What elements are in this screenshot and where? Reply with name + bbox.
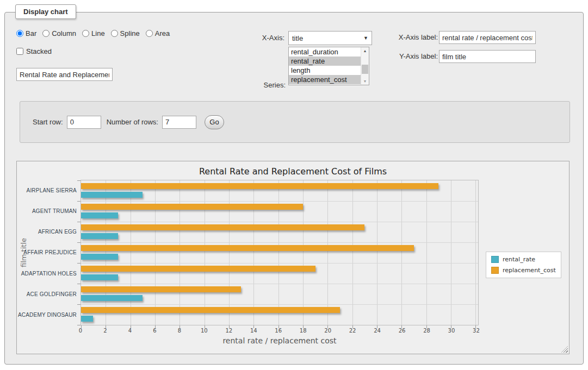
y-tick-mark	[77, 325, 81, 325]
stacked-checkbox[interactable]	[16, 48, 23, 55]
gridline	[303, 180, 304, 325]
x-tick-label: 22	[349, 328, 356, 334]
gridline	[377, 180, 377, 325]
gridline	[475, 180, 476, 325]
gridline	[327, 180, 328, 325]
legend-label: replacement_cost	[503, 267, 556, 274]
y-axis-label-label: Y-Axis label:	[348, 52, 438, 60]
chart-type-radio-area[interactable]	[146, 30, 153, 37]
gridline	[278, 180, 279, 325]
resize-handle-icon[interactable]	[561, 346, 568, 353]
scrollbar-thumb[interactable]	[362, 65, 368, 74]
chart-type-line[interactable]: Line	[82, 29, 105, 37]
chart-type-label: Column	[52, 29, 76, 37]
y-tick-mark	[77, 222, 81, 222]
bar-replacement_cost	[81, 183, 438, 189]
gridline	[155, 180, 156, 325]
bar-replacement_cost	[81, 224, 364, 230]
x-tick-label: 10	[201, 328, 208, 334]
stacked-option[interactable]: Stacked	[16, 47, 52, 55]
x-tick-label: 28	[423, 328, 430, 334]
gridline	[81, 222, 478, 222]
scroll-down-icon[interactable]: ▼	[361, 78, 369, 85]
chart-type-area[interactable]: Area	[146, 29, 170, 37]
chart-title-input[interactable]	[16, 68, 113, 81]
legend-label: rental_rate	[503, 256, 535, 263]
chart-type-spline[interactable]: Spline	[111, 29, 140, 37]
x-tick-label: 20	[324, 328, 331, 334]
chart-type-label: Spline	[120, 29, 140, 37]
category-label: AIRPLANE SIERRA	[17, 180, 77, 200]
x-axis-ticks: 02468101214161820222426283032	[81, 328, 479, 335]
chart-type-radio-column[interactable]	[42, 30, 49, 37]
chart-type-label: Bar	[26, 29, 36, 37]
chart-type-radio-spline[interactable]	[111, 30, 118, 37]
y-tick-mark	[77, 201, 81, 202]
x-tick-label: 18	[300, 328, 307, 334]
x-axis-label-input[interactable]	[439, 31, 536, 44]
bar-rental_rate	[81, 295, 143, 301]
y-tick-mark	[77, 242, 81, 243]
gridline	[81, 263, 478, 264]
legend-swatch	[491, 267, 499, 274]
gridline	[81, 201, 478, 202]
x-tick-label: 2	[103, 328, 107, 334]
x-tick-label: 8	[178, 328, 181, 334]
y-tick-mark	[77, 284, 81, 284]
series-option-replacement_cost[interactable]: replacement_cost	[289, 75, 361, 84]
start-row-input[interactable]	[67, 116, 101, 129]
series-option-length[interactable]: length	[289, 66, 361, 75]
plot-area	[81, 180, 479, 325]
gridline	[451, 180, 451, 325]
display-chart-panel: BarColumnLineSplineArea Stacked X-Axis: …	[4, 12, 584, 365]
series-select-label: Series:	[243, 81, 286, 89]
gridline	[426, 180, 427, 325]
gridline	[352, 180, 353, 325]
gridline	[81, 284, 478, 284]
x-tick-label: 4	[128, 328, 132, 334]
category-label: AFFAIR PREJUDICE	[17, 242, 77, 263]
x-tick-label: 12	[225, 328, 232, 334]
chart-type-column[interactable]: Column	[42, 29, 76, 37]
number-of-rows-input[interactable]	[162, 116, 196, 129]
chart-type-group: BarColumnLineSplineArea	[16, 29, 176, 37]
gridline	[253, 180, 254, 325]
go-button[interactable]: Go	[205, 115, 224, 129]
gridline	[81, 242, 478, 243]
bar-replacement_cost	[81, 245, 414, 251]
chart-type-radio-bar[interactable]	[16, 30, 23, 37]
x-tick-label: 26	[399, 328, 406, 334]
x-tick-label: 30	[448, 328, 455, 334]
category-label: ADAPTATION HOLES	[17, 263, 77, 284]
y-tick-mark	[77, 180, 81, 181]
gridline	[106, 180, 106, 325]
x-tick-label: 6	[153, 328, 156, 334]
x-axis-title: rental rate / replacement cost	[81, 336, 479, 345]
display-chart-tab[interactable]: Display chart	[15, 4, 76, 19]
category-label: ACE GOLDFINGER	[17, 284, 77, 304]
bar-rental_rate	[81, 192, 143, 198]
category-label: ACADEMY DINOSAUR	[17, 305, 77, 325]
bar-replacement_cost	[81, 266, 315, 272]
chart-title: Rental Rate and Replacement Cost of Film…	[17, 166, 569, 177]
start-row-label: Start row:	[33, 118, 63, 126]
x-axis-select-label: X-Axis:	[239, 34, 284, 42]
rows-panel: Start row: Number of rows: Go	[20, 101, 570, 143]
chart-type-bar[interactable]: Bar	[16, 29, 36, 37]
chart-type-radio-line[interactable]	[82, 30, 89, 37]
bar-replacement_cost	[81, 307, 340, 313]
x-tick-label: 14	[250, 328, 257, 334]
chart-container: Rental Rate and Replacement Cost of Film…	[16, 161, 570, 354]
y-tick-mark	[77, 263, 81, 264]
category-label: AGENT TRUMAN	[17, 200, 77, 221]
number-of-rows-label: Number of rows:	[107, 118, 158, 126]
x-tick-label: 0	[79, 328, 82, 334]
legend-item-rental_rate: rental_rate	[491, 256, 556, 263]
y-axis-label-input[interactable]	[439, 50, 536, 63]
bar-rental_rate	[81, 254, 118, 260]
gridline	[205, 180, 205, 325]
gridline	[81, 304, 478, 305]
bar-rental_rate	[81, 233, 118, 239]
gridline	[401, 180, 402, 325]
x-tick-label: 24	[374, 328, 381, 334]
